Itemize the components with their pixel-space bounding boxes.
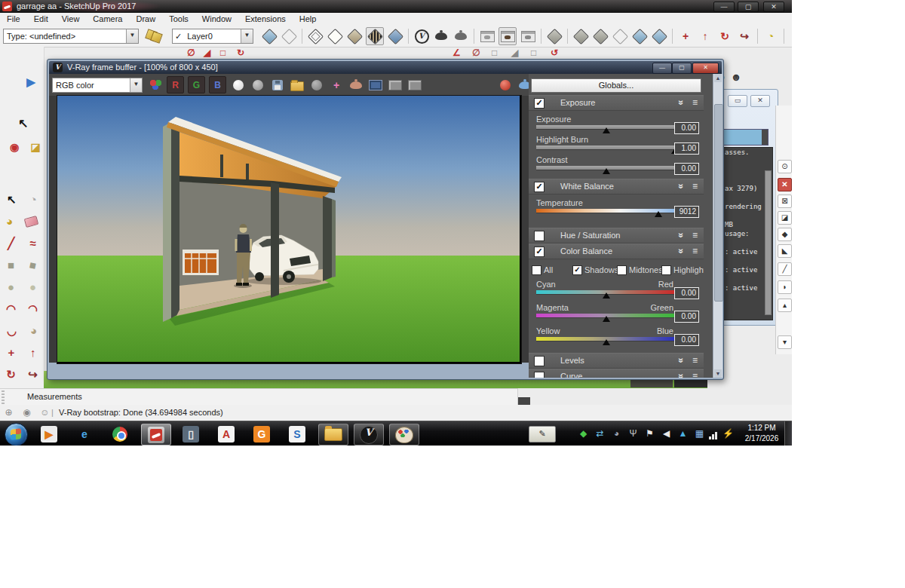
slider-value[interactable]: 1.00 — [674, 142, 699, 155]
wedge-mini-icon[interactable]: ◣ — [778, 244, 792, 258]
move-tool-icon[interactable]: + — [677, 28, 694, 44]
rotate-tool-icon[interactable]: ↻ — [716, 28, 733, 44]
section-menu-icon[interactable]: ≡ — [692, 371, 698, 378]
menu-tools[interactable]: Tools — [162, 13, 195, 25]
menu-window[interactable]: Window — [195, 13, 238, 25]
vfb-titlebar[interactable]: V-Ray frame buffer - [100% of 800 x 450]… — [49, 61, 722, 74]
dismiss-mini-icon[interactable]: ⊠ — [778, 194, 792, 208]
alpha-channel-icon[interactable] — [230, 77, 247, 93]
checkbox-highlight[interactable]: Highlight — [661, 265, 704, 275]
edit-component-icon-2[interactable] — [592, 28, 609, 44]
section-menu-icon[interactable]: ≡ — [692, 97, 698, 108]
section-header[interactable]: Curve»≡ — [529, 369, 704, 378]
app-blue-button[interactable]: S — [283, 424, 311, 444]
checkbox-midtones[interactable]: Midtones — [617, 265, 663, 275]
orbit-tool-icon[interactable]: ◔ — [30, 193, 37, 206]
material-icon[interactable]: ◉ — [6, 139, 23, 155]
eraser-tool-icon[interactable] — [25, 217, 38, 226]
scrollbar-thumb[interactable] — [714, 104, 723, 302]
menu-edit[interactable]: Edit — [27, 13, 55, 25]
menu-camera[interactable]: Camera — [86, 13, 129, 25]
section-header[interactable]: ✓Exposure»≡ — [529, 95, 704, 111]
power-alert-icon[interactable]: ⚡ — [722, 427, 735, 440]
wireframe-cube-icon[interactable] — [307, 28, 324, 44]
edit-component-icon-4[interactable] — [631, 28, 648, 44]
green-channel-button[interactable]: G — [188, 76, 205, 93]
vray-interactive-render-icon[interactable] — [452, 28, 469, 44]
cube-mini-icon[interactable]: ◆ — [778, 228, 792, 241]
partial-toolbar-icon[interactable]: ∅ — [472, 47, 480, 58]
slider-track[interactable] — [536, 145, 676, 150]
tablet-input-icon[interactable]: ✎ — [529, 426, 556, 443]
paint-bucket-tool-icon[interactable]: ◕ — [6, 215, 13, 228]
show-desktop-button[interactable] — [784, 421, 792, 446]
partial-toolbar-icon[interactable]: □ — [531, 47, 536, 58]
partial-toolbar-icon[interactable]: ◢ — [204, 47, 210, 58]
sign-in-icon[interactable]: ☺ — [39, 407, 51, 418]
usb-device-icon[interactable]: Ψ — [627, 427, 640, 440]
scroll-down-mini-icon[interactable]: ▾ — [778, 335, 792, 349]
folder-small-icon[interactable]: ◪ — [27, 139, 44, 155]
render-log-console[interactable]: asses. ax 3279) rendering MBusage: : act… — [722, 147, 773, 320]
maximize-button[interactable]: ▢ — [738, 2, 759, 12]
play-render-icon[interactable]: ▶ — [23, 74, 39, 90]
rotated-rectangle-tool-icon[interactable]: ■ — [28, 258, 37, 272]
volume-icon[interactable]: ◀ — [660, 427, 673, 440]
vfb-maximize-button[interactable]: ▢ — [672, 63, 692, 74]
checkbox-box[interactable] — [617, 265, 627, 275]
partial-toolbar-icon[interactable]: ∠ — [452, 47, 461, 58]
section-checkbox[interactable]: ✓ — [534, 182, 545, 192]
slider-handle[interactable] — [603, 316, 610, 322]
partial-toolbar-icon[interactable]: □ — [220, 47, 225, 58]
internet-explorer-button[interactable]: e — [70, 424, 99, 444]
printer-app-button[interactable]: ▯ — [176, 424, 205, 444]
chevron-double-icon[interactable]: » — [676, 233, 687, 238]
region-render-icon[interactable] — [367, 77, 384, 93]
layer-combo[interactable]: ✓ Layer0 ▼ — [172, 29, 253, 44]
section-menu-icon[interactable]: ≡ — [692, 230, 698, 240]
console-scrollbar[interactable] — [765, 170, 772, 315]
progress-minimize-button[interactable]: ▭ — [728, 95, 747, 107]
follow-me-tool-icon[interactable]: ↪ — [28, 368, 38, 381]
menu-extensions[interactable]: Extensions — [238, 13, 293, 25]
load-image-icon[interactable] — [289, 77, 305, 93]
credits-icon[interactable]: ◉ — [21, 407, 32, 418]
monochrome-channel-icon[interactable] — [250, 77, 266, 93]
select-tool-icon[interactable]: ↖ — [7, 193, 17, 207]
sketchup-button[interactable] — [141, 424, 171, 446]
menu-view[interactable]: View — [55, 13, 87, 25]
pie-tool-icon[interactable]: ◕ — [30, 324, 37, 337]
geolocation-icon[interactable]: ⊕ — [3, 407, 14, 418]
chevron-double-icon[interactable]: » — [676, 249, 687, 254]
explorer-button[interactable] — [318, 424, 348, 446]
globals-button[interactable]: Globals... — [531, 78, 701, 93]
push-pull-tool-icon[interactable]: ↑ — [697, 28, 713, 44]
blue-channel-button[interactable]: B — [209, 76, 226, 93]
partial-toolbar-icon[interactable]: ∅ — [187, 47, 195, 58]
section-header[interactable]: Levels»≡ — [529, 353, 704, 369]
dropdown-arrow-icon[interactable]: ▼ — [130, 78, 142, 92]
red-channel-button[interactable]: R — [167, 76, 184, 93]
partial-toolbar-icon[interactable]: ↺ — [551, 47, 558, 58]
monochrome-cube-icon[interactable] — [387, 28, 403, 44]
clear-image-icon[interactable] — [308, 77, 325, 93]
sketchup-titlebar[interactable]: garrage aa - SketchUp Pro 2017 — ▢ ✕ — [0, 0, 792, 13]
select-tool-icon[interactable]: ↖ — [789, 28, 792, 44]
ime-grid-icon[interactable]: ▦ — [693, 427, 706, 440]
stop-render-button[interactable] — [497, 77, 514, 93]
figure-icon[interactable]: ☻ — [730, 71, 742, 84]
section-header[interactable]: ✓White Balance»≡ — [529, 179, 704, 194]
swatch-mini-icon[interactable]: ◪ — [778, 211, 792, 225]
follow-me-tool-icon[interactable]: ↪ — [736, 28, 753, 44]
vfb-minimize-button[interactable]: — — [652, 63, 672, 74]
menu-help[interactable]: Help — [293, 13, 324, 25]
slider-handle[interactable] — [603, 292, 610, 299]
orbit-mini-icon[interactable]: ⊙ — [778, 160, 792, 173]
edit-component-icon-1[interactable] — [572, 28, 589, 44]
dropdown-arrow-icon[interactable]: ▼ — [241, 29, 253, 43]
checkbox-box[interactable] — [661, 265, 671, 275]
checkbox-shadows[interactable]: ✓Shadows — [572, 265, 618, 275]
close-button[interactable]: ✕ — [763, 2, 784, 12]
freehand-tool-icon[interactable]: ≈ — [30, 237, 36, 250]
checkbox-all[interactable]: All — [532, 265, 553, 275]
